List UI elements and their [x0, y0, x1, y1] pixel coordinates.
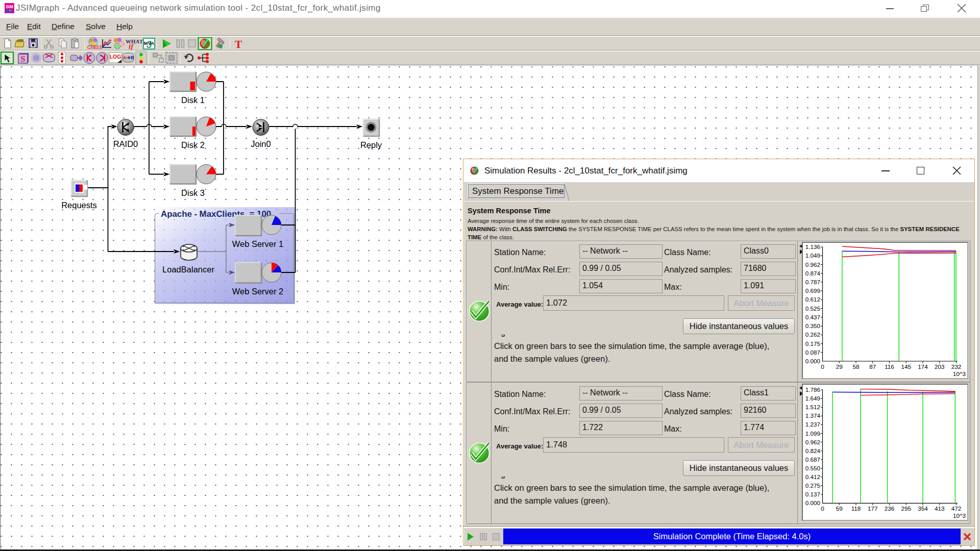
svg-text:1.649: 1.649: [805, 395, 820, 402]
svg-text:Disk 2: Disk 2: [181, 140, 205, 149]
svg-text:1.374: 1.374: [805, 412, 821, 419]
svg-text:0.275: 0.275: [805, 482, 821, 489]
svg-text:145: 145: [901, 363, 911, 370]
svg-text:1.237: 1.237: [805, 421, 820, 428]
svg-text:0.962: 0.962: [805, 439, 820, 445]
svg-text:0: 0: [821, 363, 824, 370]
svg-text:0.824: 0.824: [805, 447, 821, 454]
svg-text:Requests: Requests: [61, 201, 97, 210]
svg-text:0.699: 0.699: [805, 287, 820, 294]
svg-text:0.137: 0.137: [805, 491, 820, 497]
svg-text:0.000: 0.000: [805, 499, 821, 506]
svg-text:LoadBalancer: LoadBalancer: [162, 265, 214, 274]
svg-text:174: 174: [918, 363, 928, 370]
svg-text:1.099: 1.099: [805, 430, 820, 437]
svg-text:29: 29: [836, 363, 843, 370]
svg-text:295: 295: [901, 505, 911, 512]
svg-text:1.136: 1.136: [805, 243, 820, 250]
svg-text:RAID0: RAID0: [113, 139, 138, 148]
svg-text:232: 232: [951, 363, 962, 370]
svg-text:0.000: 0.000: [805, 358, 821, 364]
svg-text:413: 413: [935, 505, 945, 512]
svg-text:0.350: 0.350: [805, 322, 821, 329]
svg-text:1.049: 1.049: [805, 252, 820, 259]
svg-text:203: 203: [935, 363, 945, 370]
svg-text:1.786: 1.786: [805, 386, 820, 393]
svg-text:0.437: 0.437: [805, 314, 820, 320]
svg-text:118: 118: [851, 505, 861, 512]
svg-text:10^3: 10^3: [953, 370, 966, 377]
svg-text:Disk 3: Disk 3: [181, 188, 205, 197]
svg-text:116: 116: [885, 363, 894, 370]
svg-text:0.262: 0.262: [805, 331, 820, 338]
svg-text:0.962: 0.962: [805, 261, 820, 268]
svg-text:10^3: 10^3: [953, 512, 966, 519]
svg-text:0: 0: [821, 505, 824, 512]
svg-text:58: 58: [852, 363, 859, 370]
svg-text:87: 87: [869, 363, 876, 370]
svg-text:0.087: 0.087: [805, 349, 820, 356]
svg-text:59: 59: [836, 505, 843, 512]
svg-text:0.874: 0.874: [805, 270, 821, 277]
svg-text:Web Server 1: Web Server 1: [232, 239, 284, 248]
svg-text:0.612: 0.612: [805, 296, 820, 303]
svg-text:472: 472: [951, 505, 962, 512]
svg-text:Reply: Reply: [360, 140, 382, 149]
svg-text:236: 236: [885, 505, 895, 512]
svg-text:0.550: 0.550: [805, 465, 821, 471]
svg-text:0.175: 0.175: [805, 340, 821, 347]
svg-text:177: 177: [868, 505, 878, 512]
svg-text:0.687: 0.687: [805, 456, 820, 463]
svg-text:Disk 1: Disk 1: [181, 95, 205, 105]
svg-text:0.525: 0.525: [805, 305, 821, 312]
svg-text:Web Server 2: Web Server 2: [232, 287, 284, 296]
svg-text:0.412: 0.412: [805, 473, 820, 480]
svg-text:354: 354: [918, 505, 928, 512]
svg-text:1.512: 1.512: [805, 404, 820, 410]
svg-text:0.787: 0.787: [805, 279, 820, 285]
svg-text:Join0: Join0: [251, 139, 271, 148]
